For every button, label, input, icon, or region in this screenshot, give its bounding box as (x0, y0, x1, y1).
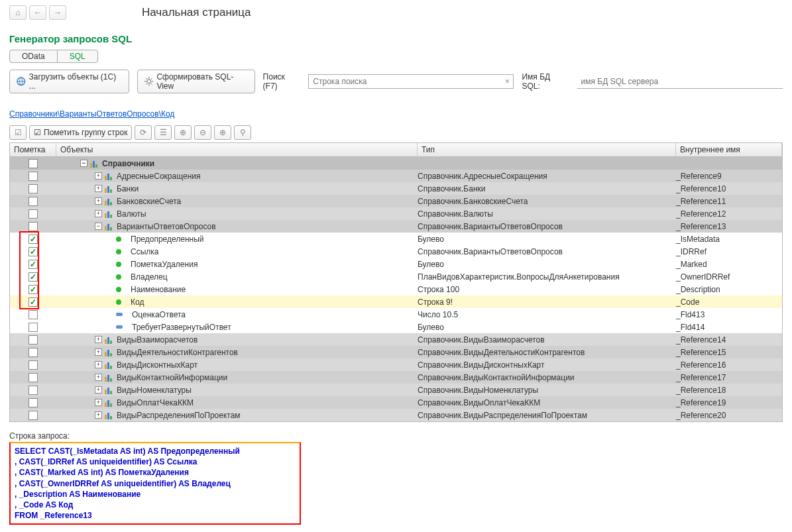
tree-branch-row[interactable]: +ВидыДеятельностиКонтрагентовСправочник.… (10, 346, 782, 358)
expander-icon[interactable]: + (95, 210, 102, 217)
query-line: FROM _Reference13 (15, 510, 296, 521)
home-button[interactable]: ⌂ (9, 5, 27, 20)
tool-btn-1[interactable]: ☰ (154, 125, 172, 140)
form-sql-view-button[interactable]: Сформировать SQL-View (137, 70, 255, 93)
tree-branch-row[interactable]: +ВидыРаспределенияПоПроектамСправочник.В… (10, 409, 782, 421)
row-type: Строка 100 (418, 285, 676, 294)
row-iname: _Reference11 (676, 197, 782, 206)
row-type: Число 10.5 (418, 310, 676, 319)
tree-root-row[interactable]: −Справочники (10, 157, 782, 170)
row-checkbox[interactable] (28, 285, 38, 294)
column-type[interactable]: Тип (418, 143, 676, 156)
tab-odata[interactable]: OData (9, 50, 58, 63)
row-checkbox[interactable] (28, 172, 38, 181)
column-mark[interactable]: Пометка (10, 143, 56, 156)
tree-leaf-row[interactable]: ПометкаУдаленияБулево_Marked (10, 258, 782, 270)
svg-point-1 (147, 80, 151, 83)
tree-branch-row[interactable]: +БанкиСправочник.Банки_Reference10 (10, 182, 782, 195)
db-name-input[interactable] (577, 75, 783, 89)
row-checkbox[interactable] (28, 386, 38, 395)
row-checkbox[interactable] (28, 184, 38, 193)
expander-icon[interactable]: − (80, 160, 87, 167)
row-checkbox[interactable] (28, 398, 38, 407)
row-checkbox[interactable] (28, 297, 38, 307)
row-checkbox[interactable] (28, 272, 38, 282)
row-label: ВидыОплатЧекаККМ (117, 398, 194, 407)
gear-icon (144, 77, 154, 86)
row-label: ОценкаОтвета (132, 310, 186, 319)
expander-icon[interactable]: + (95, 399, 102, 406)
row-type: Справочник.ВидыКонтактнойИнформации (418, 373, 676, 382)
row-checkbox[interactable] (28, 373, 38, 382)
forward-button[interactable]: → (49, 5, 66, 20)
row-iname: _Marked (676, 260, 782, 269)
row-iname: _Reference19 (676, 398, 782, 407)
tool-btn-3[interactable]: ⚲ (234, 125, 251, 140)
back-button[interactable]: ← (29, 5, 46, 20)
row-checkbox[interactable] (28, 222, 38, 231)
tree-branch-row[interactable]: +ВидыНоменклатурыСправочник.ВидыНоменкла… (10, 384, 782, 396)
row-label: Наименование (131, 285, 186, 294)
query-line: , _Code AS Код (15, 500, 296, 510)
column-iname[interactable]: Внутреннее имя (676, 143, 782, 156)
blue-bar-icon (116, 313, 123, 316)
row-type: Справочник.ВидыОплатЧекаККМ (418, 398, 676, 407)
tree-leaf-row[interactable]: СсылкаСправочник.ВариантыОтветовОпросов_… (10, 245, 782, 258)
column-objects[interactable]: Объекты (56, 143, 418, 156)
row-checkbox[interactable] (28, 197, 38, 206)
row-checkbox[interactable] (28, 260, 38, 269)
mark-group-button[interactable]: ☑ Пометить группу строк (29, 125, 132, 140)
search-clear-button[interactable]: × (501, 75, 513, 88)
tree-leaf-row[interactable]: ВладелецПланВидовХарактеристик.ВопросыДл… (10, 270, 782, 283)
expander-icon[interactable]: + (95, 197, 102, 205)
blue-bar-icon (116, 325, 123, 329)
row-checkbox[interactable] (28, 209, 38, 219)
expander-icon[interactable]: + (95, 374, 102, 381)
row-checkbox[interactable] (28, 235, 38, 244)
row-checkbox[interactable] (28, 335, 38, 345)
row-checkbox[interactable] (28, 348, 38, 357)
tree-leaf-row[interactable]: ПредопределенныйБулево_IsMetadata (10, 233, 782, 245)
tree-branch-row[interactable]: +ВидыКонтактнойИнформацииСправочник.Виды… (10, 371, 782, 384)
check-button[interactable]: ☑ (9, 125, 27, 140)
tree-leaf-row[interactable]: КодСтрока 9!_Code (10, 295, 782, 308)
tree-branch-row[interactable]: +ВидыДисконтныхКартСправочник.ВидыДискон… (10, 358, 782, 371)
row-checkbox[interactable] (28, 159, 38, 168)
row-checkbox[interactable] (28, 323, 38, 332)
expander-icon[interactable]: + (95, 361, 102, 368)
breadcrumb-link[interactable]: Справочники\ВариантыОтветовОпросов\Код (9, 109, 174, 119)
tree-branch-row[interactable]: +ВидыОплатЧекаККМСправочник.ВидыОплатЧек… (10, 396, 782, 409)
expander-icon[interactable]: + (95, 185, 102, 192)
row-iname: _Description (676, 285, 782, 294)
tree-leaf-row[interactable]: ТребуетРазвернутыйОтветБулево_Fld414 (10, 321, 782, 333)
row-iname: _IDRRef (676, 247, 782, 256)
row-checkbox[interactable] (28, 310, 38, 319)
expander-icon[interactable]: + (95, 411, 102, 419)
tree-branch-row[interactable]: +БанковскиеСчетаСправочник.БанковскиеСче… (10, 195, 782, 207)
row-label: АдресныеСокращения (117, 172, 200, 181)
load-objects-button[interactable]: Загрузить объекты (1С) ... (9, 70, 129, 93)
row-checkbox[interactable] (28, 247, 38, 256)
search-label: Поиск (F7) (263, 72, 301, 91)
tree-branch-row[interactable]: +АдресныеСокращенияСправочник.АдресныеСо… (10, 170, 782, 182)
expander-icon[interactable]: + (95, 348, 102, 356)
table-icon (105, 348, 114, 356)
collapse-button[interactable]: ⊖ (194, 125, 211, 140)
expander-icon[interactable]: + (95, 386, 102, 394)
tree-leaf-row[interactable]: ОценкаОтветаЧисло 10.5_Fld413 (10, 308, 782, 321)
search-input[interactable] (309, 75, 501, 88)
expander-icon[interactable]: + (95, 172, 102, 180)
expander-icon[interactable]: + (95, 336, 102, 343)
tree-branch-row[interactable]: +ВидыВзаиморасчетовСправочник.ВидыВзаимо… (10, 333, 782, 346)
tree-leaf-row[interactable]: НаименованиеСтрока 100_Description (10, 283, 782, 295)
tool-btn-2[interactable]: ⊕ (214, 125, 231, 140)
table-icon (105, 185, 114, 193)
tree-branch-row[interactable]: −ВариантыОтветовОпросовСправочник.Вариан… (10, 220, 782, 233)
expander-icon[interactable]: − (95, 223, 102, 230)
row-checkbox[interactable] (28, 360, 38, 370)
expand-button[interactable]: ⊕ (174, 125, 192, 140)
tree-branch-row[interactable]: +ВалютыСправочник.Валюты_Reference12 (10, 207, 782, 220)
refresh-button[interactable]: ⟳ (135, 125, 152, 140)
row-checkbox[interactable] (28, 411, 38, 420)
tab-sql[interactable]: SQL (57, 50, 98, 63)
